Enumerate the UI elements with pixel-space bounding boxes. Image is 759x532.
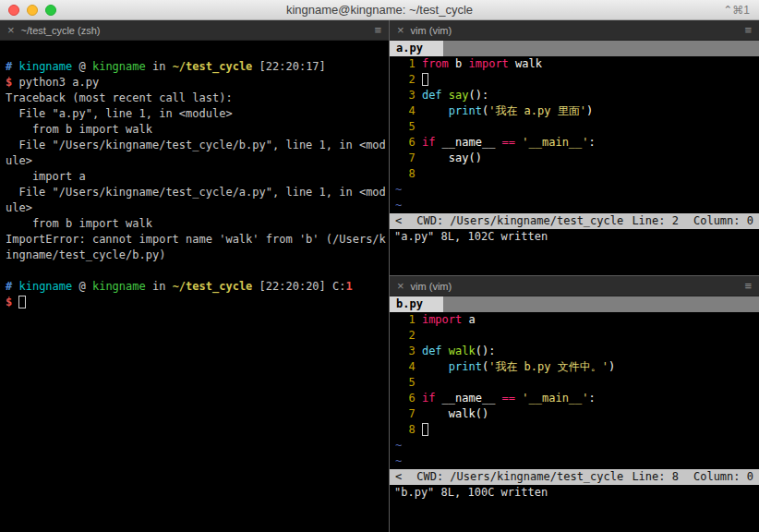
zsh-pane-tabbar: × ~/test_cycle (zsh) ≡ [0,20,389,41]
text-line: 6 if __name__ == '__main__': [395,391,759,406]
vim-tabline: a.py [390,41,759,56]
text-line [6,263,384,279]
text-line: 6 if __name__ == '__main__': [395,135,759,151]
traffic-lights [0,5,56,16]
statusline-back-indicator: < [395,213,402,229]
text-line: import a [6,169,384,185]
vim-pane-b: × vim (vim) ≡ b.py 1 import a 2 3 def wa… [390,276,759,532]
close-pane-icon[interactable]: × [397,280,404,292]
text-line: 2 [395,328,759,344]
vim-tabline-fill [443,296,759,312]
vim-statusline-b: < CWD: /Users/kingname/test_cycle Line: … [390,469,759,485]
pane-tab-title[interactable]: vim (vim) [411,281,452,292]
split-content: × ~/test_cycle (zsh) ≡ # kingname @ king… [0,20,759,532]
vim-pane-a: × vim (vim) ≡ a.py 1 from b import walk … [390,20,759,275]
text-line: 3 def walk(): [395,344,759,359]
text-line: ~ [395,438,759,453]
close-pane-icon[interactable]: × [7,24,15,36]
statusline-line: Line: 2 [632,213,679,229]
vim-file-tab[interactable]: b.py [390,296,443,312]
text-line: 3 def say(): [395,88,759,103]
statusline-cwd: CWD: /Users/kingname/test_cycle [416,213,623,229]
text-line: 7 walk() [395,406,759,422]
text-line: 8 [395,166,759,182]
text-line: from b import walk [6,216,384,232]
minimize-window-button[interactable] [27,5,38,16]
text-line: Traceback (most recent call last): [6,91,384,106]
statusline-position: Line: 2 Column: 0 [632,213,753,229]
statusline-line: Line: 8 [632,469,679,485]
text-line: $ [6,295,384,310]
code-area-b[interactable]: 1 import a 2 3 def walk(): 4 print('我在 b… [390,312,759,469]
hamburger-menu-icon[interactable]: ≡ [744,280,752,292]
close-window-button[interactable] [8,5,19,16]
text-line: File "/Users/kingname/test_cycle/a.py", … [6,185,384,200]
vim-editor-b: b.py 1 import a 2 3 def walk(): 4 print(… [390,296,759,532]
text-line: 1 from b import walk [395,56,759,72]
vim-b-tabbar: × vim (vim) ≡ [390,276,759,296]
hamburger-menu-icon[interactable]: ≡ [374,24,381,36]
statusline-column: Column: 0 [693,213,753,229]
pane-tab-title[interactable]: ~/test_cycle (zsh) [21,25,101,36]
text-line: File "/Users/kingname/test_cycle/b.py", … [6,138,384,153]
statusline-column: Column: 0 [693,469,753,485]
text-line: 7 say() [395,151,759,166]
text-line: 1 import a [395,312,759,328]
terminal-window: kingname@kingname: ~/test_cycle ⌃⌘1 × ~/… [0,0,759,532]
text-line: 8 [395,422,759,438]
code-area-a[interactable]: 1 from b import walk 2 3 def say(): 4 pr… [390,56,759,213]
text-line: 2 [395,72,759,88]
text-line: 4 print('我在 b.py 文件中。') [395,359,759,375]
text-line: ule> [6,200,384,216]
text-line: 5 [395,375,759,391]
vim-statusline-a: < CWD: /Users/kingname/test_cycle Line: … [390,213,759,229]
text-line: 4 print('我在 a.py 里面') [395,103,759,119]
text-line: ~ [395,453,759,469]
vim-message-b: "b.py" 8L, 100C written [390,485,759,501]
vim-filler [390,501,759,532]
text-line: # kingname @ kingname in ~/test_cycle [2… [6,59,384,75]
text-line: ~ [395,182,759,198]
text-line: from b import walk [6,122,384,138]
statusline-cwd: CWD: /Users/kingname/test_cycle [416,469,623,485]
text-line: ule> [6,153,384,169]
close-pane-icon[interactable]: × [397,24,404,36]
text-line: ~ [395,198,759,213]
text-line: ingname/test_cycle/b.py) [6,248,384,263]
window-title: kingname@kingname: ~/test_cycle [0,3,759,17]
zsh-pane: × ~/test_cycle (zsh) ≡ # kingname @ king… [0,20,389,532]
terminal-output[interactable]: # kingname @ kingname in ~/test_cycle [2… [0,41,389,532]
hamburger-menu-icon[interactable]: ≡ [744,24,752,36]
text-line: File "a.py", line 1, in <module> [6,106,384,122]
vim-a-tabbar: × vim (vim) ≡ [390,20,759,41]
vim-tabline: b.py [390,296,759,312]
vim-tabline-fill [443,41,759,56]
window-shortcut-hint: ⌃⌘1 [723,4,759,17]
text-line: # kingname @ kingname in ~/test_cycle [2… [6,279,384,295]
text-line: $ python3 a.py [6,75,384,91]
text-line: 5 [395,119,759,135]
vim-file-tab[interactable]: a.py [390,41,443,56]
pane-tab-title[interactable]: vim (vim) [411,25,452,36]
zoom-window-button[interactable] [45,5,56,16]
right-column: × vim (vim) ≡ a.py 1 from b import walk … [390,20,759,532]
vim-message-a: "a.py" 8L, 102C written [390,229,759,245]
vim-editor-a: a.py 1 from b import walk 2 3 def say():… [390,41,759,275]
statusline-back-indicator: < [395,469,402,485]
vim-filler [390,245,759,275]
text-line: ImportError: cannot import name 'walk' f… [6,232,384,248]
titlebar: kingname@kingname: ~/test_cycle ⌃⌘1 [0,0,759,20]
statusline-position: Line: 8 Column: 0 [632,469,753,485]
